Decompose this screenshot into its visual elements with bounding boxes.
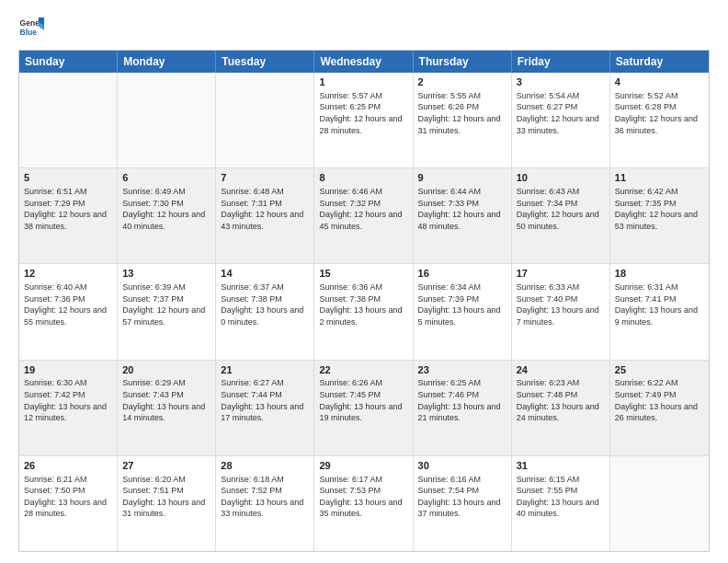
calendar-cell: 31Sunrise: 6:15 AMSunset: 7:55 PMDayligh… — [512, 456, 610, 551]
cell-info: Sunrise: 6:27 AMSunset: 7:44 PMDaylight:… — [221, 377, 309, 423]
calendar-cell: 11Sunrise: 6:42 AMSunset: 7:35 PMDayligh… — [610, 168, 709, 263]
cell-info: Sunrise: 6:23 AMSunset: 7:48 PMDaylight:… — [517, 377, 605, 423]
calendar-week-3: 12Sunrise: 6:40 AMSunset: 7:36 PMDayligh… — [19, 264, 709, 360]
calendar-cell: 7Sunrise: 6:48 AMSunset: 7:31 PMDaylight… — [216, 168, 314, 263]
cell-info: Sunrise: 6:33 AMSunset: 7:40 PMDaylight:… — [517, 282, 605, 327]
calendar-cell: 2Sunrise: 5:55 AMSunset: 6:26 PMDaylight… — [414, 73, 512, 167]
day-number: 14 — [221, 267, 309, 281]
calendar-cell: 28Sunrise: 6:18 AMSunset: 7:52 PMDayligh… — [216, 456, 314, 551]
calendar-cell: 10Sunrise: 6:43 AMSunset: 7:34 PMDayligh… — [512, 168, 610, 263]
calendar-cell — [19, 73, 118, 167]
day-number: 22 — [319, 363, 407, 377]
calendar-cell: 1Sunrise: 5:57 AMSunset: 6:25 PMDaylight… — [314, 73, 413, 167]
day-number: 7 — [221, 171, 309, 185]
cell-info: Sunrise: 6:40 AMSunset: 7:36 PMDaylight:… — [24, 282, 112, 327]
cell-info: Sunrise: 6:36 AMSunset: 7:38 PMDaylight:… — [319, 282, 407, 327]
day-number: 16 — [418, 267, 506, 281]
day-number: 25 — [615, 363, 704, 377]
day-number: 30 — [418, 459, 506, 473]
calendar-cell: 25Sunrise: 6:22 AMSunset: 7:49 PMDayligh… — [610, 361, 709, 455]
calendar-cell: 3Sunrise: 5:54 AMSunset: 6:27 PMDaylight… — [512, 73, 610, 167]
cell-info: Sunrise: 5:55 AMSunset: 6:26 PMDaylight:… — [418, 90, 506, 136]
cell-info: Sunrise: 5:57 AMSunset: 6:25 PMDaylight:… — [319, 90, 407, 136]
logo-icon: General Blue — [18, 15, 44, 40]
calendar-cell: 6Sunrise: 6:49 AMSunset: 7:30 PMDaylight… — [118, 168, 216, 263]
calendar: SundayMondayTuesdayWednesdayThursdayFrid… — [18, 50, 710, 552]
day-header-thursday: Thursday — [414, 51, 512, 73]
calendar-cell: 15Sunrise: 6:36 AMSunset: 7:38 PMDayligh… — [314, 264, 413, 359]
day-number: 29 — [319, 459, 407, 473]
day-number: 2 — [418, 75, 506, 89]
calendar-cell: 30Sunrise: 6:16 AMSunset: 7:54 PMDayligh… — [414, 456, 512, 551]
cell-info: Sunrise: 6:44 AMSunset: 7:33 PMDaylight:… — [418, 186, 506, 232]
day-number: 6 — [122, 171, 210, 185]
cell-info: Sunrise: 6:42 AMSunset: 7:35 PMDaylight:… — [615, 186, 704, 232]
day-number: 21 — [221, 363, 309, 377]
calendar-cell: 26Sunrise: 6:21 AMSunset: 7:50 PMDayligh… — [19, 456, 118, 551]
day-header-monday: Monday — [118, 51, 216, 73]
calendar-header-row: SundayMondayTuesdayWednesdayThursdayFrid… — [19, 51, 709, 73]
day-number: 19 — [24, 363, 112, 377]
cell-info: Sunrise: 6:20 AMSunset: 7:51 PMDaylight:… — [122, 474, 210, 520]
day-number: 23 — [418, 363, 506, 377]
calendar-cell — [118, 73, 216, 167]
calendar-cell: 19Sunrise: 6:30 AMSunset: 7:42 PMDayligh… — [19, 361, 118, 455]
calendar-cell: 24Sunrise: 6:23 AMSunset: 7:48 PMDayligh… — [512, 361, 610, 455]
day-number: 20 — [122, 363, 210, 377]
cell-info: Sunrise: 6:51 AMSunset: 7:29 PMDaylight:… — [24, 186, 112, 232]
day-number: 24 — [517, 363, 605, 377]
day-number: 31 — [517, 459, 605, 473]
calendar-cell: 23Sunrise: 6:25 AMSunset: 7:46 PMDayligh… — [414, 361, 512, 455]
day-number: 13 — [122, 267, 210, 281]
calendar-week-2: 5Sunrise: 6:51 AMSunset: 7:29 PMDaylight… — [19, 168, 709, 264]
day-number: 17 — [517, 267, 605, 281]
cell-info: Sunrise: 6:17 AMSunset: 7:53 PMDaylight:… — [319, 474, 407, 520]
calendar-cell: 22Sunrise: 6:26 AMSunset: 7:45 PMDayligh… — [314, 361, 413, 455]
cell-info: Sunrise: 6:26 AMSunset: 7:45 PMDaylight:… — [319, 377, 407, 423]
day-number: 15 — [319, 267, 407, 281]
calendar-cell: 20Sunrise: 6:29 AMSunset: 7:43 PMDayligh… — [118, 361, 216, 455]
svg-text:Blue: Blue — [20, 28, 38, 37]
day-number: 11 — [615, 171, 704, 185]
calendar-page: General Blue SundayMondayTuesdayWednesda… — [0, 0, 728, 563]
cell-info: Sunrise: 6:21 AMSunset: 7:50 PMDaylight:… — [24, 474, 112, 520]
day-header-sunday: Sunday — [19, 51, 118, 73]
calendar-cell: 17Sunrise: 6:33 AMSunset: 7:40 PMDayligh… — [512, 264, 610, 359]
cell-info: Sunrise: 6:22 AMSunset: 7:49 PMDaylight:… — [615, 377, 704, 423]
cell-info: Sunrise: 6:49 AMSunset: 7:30 PMDaylight:… — [122, 186, 210, 232]
header: General Blue — [18, 15, 710, 40]
day-header-tuesday: Tuesday — [216, 51, 314, 73]
cell-info: Sunrise: 6:18 AMSunset: 7:52 PMDaylight:… — [221, 474, 309, 520]
calendar-cell: 29Sunrise: 6:17 AMSunset: 7:53 PMDayligh… — [314, 456, 413, 551]
calendar-cell: 14Sunrise: 6:37 AMSunset: 7:38 PMDayligh… — [216, 264, 314, 359]
cell-info: Sunrise: 6:25 AMSunset: 7:46 PMDaylight:… — [418, 377, 506, 423]
calendar-cell: 5Sunrise: 6:51 AMSunset: 7:29 PMDaylight… — [19, 168, 118, 263]
calendar-week-1: 1Sunrise: 5:57 AMSunset: 6:25 PMDaylight… — [19, 73, 709, 168]
day-number: 3 — [517, 75, 605, 89]
cell-info: Sunrise: 6:30 AMSunset: 7:42 PMDaylight:… — [24, 377, 112, 423]
day-number: 9 — [418, 171, 506, 185]
calendar-cell: 4Sunrise: 5:52 AMSunset: 6:28 PMDaylight… — [610, 73, 709, 167]
day-header-friday: Friday — [512, 51, 610, 73]
cell-info: Sunrise: 5:54 AMSunset: 6:27 PMDaylight:… — [517, 90, 605, 136]
calendar-cell: 27Sunrise: 6:20 AMSunset: 7:51 PMDayligh… — [118, 456, 216, 551]
logo: General Blue — [18, 15, 44, 40]
day-number: 5 — [24, 171, 112, 185]
calendar-cell: 8Sunrise: 6:46 AMSunset: 7:32 PMDaylight… — [314, 168, 413, 263]
day-number: 12 — [24, 267, 112, 281]
calendar-cell: 16Sunrise: 6:34 AMSunset: 7:39 PMDayligh… — [414, 264, 512, 359]
calendar-cell — [610, 456, 709, 551]
cell-info: Sunrise: 6:29 AMSunset: 7:43 PMDaylight:… — [122, 377, 210, 423]
day-number: 10 — [517, 171, 605, 185]
day-number: 4 — [615, 75, 704, 89]
day-number: 26 — [24, 459, 112, 473]
calendar-cell: 13Sunrise: 6:39 AMSunset: 7:37 PMDayligh… — [118, 264, 216, 359]
cell-info: Sunrise: 6:15 AMSunset: 7:55 PMDaylight:… — [517, 474, 605, 520]
day-number: 1 — [319, 75, 407, 89]
day-header-wednesday: Wednesday — [314, 51, 413, 73]
calendar-week-5: 26Sunrise: 6:21 AMSunset: 7:50 PMDayligh… — [19, 456, 709, 551]
day-header-saturday: Saturday — [610, 51, 709, 73]
cell-info: Sunrise: 6:39 AMSunset: 7:37 PMDaylight:… — [122, 282, 210, 327]
cell-info: Sunrise: 6:16 AMSunset: 7:54 PMDaylight:… — [418, 474, 506, 520]
calendar-cell: 12Sunrise: 6:40 AMSunset: 7:36 PMDayligh… — [19, 264, 118, 359]
